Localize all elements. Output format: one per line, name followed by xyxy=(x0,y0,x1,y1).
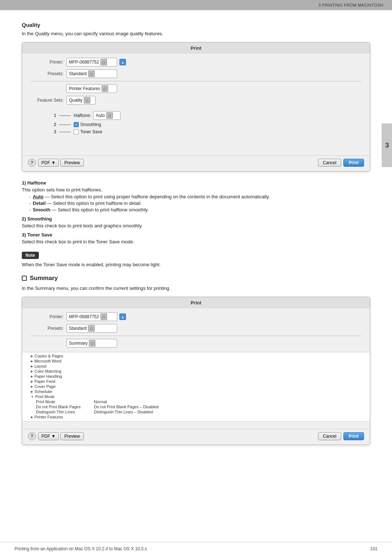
desc-body-3: Select this check box to print in the To… xyxy=(22,239,370,244)
summary-item-word[interactable]: ▶ Microsoft Word xyxy=(31,359,361,363)
triangle-color: ▶ xyxy=(31,370,33,373)
triangle-scheduler: ▶ xyxy=(31,390,33,393)
desc-2: 2) Smoothing Select this check box to pr… xyxy=(22,216,370,228)
dialog-body-1: Printer: MFP-06887752 ⬡ ▲ Presets: Stand… xyxy=(22,53,370,108)
summary-item-layout[interactable]: ▶ Layout xyxy=(31,364,361,368)
triangle-layout: ▶ xyxy=(31,365,33,368)
footer-page: 101 xyxy=(370,546,377,551)
printer-up-arrow[interactable]: ▲ xyxy=(119,59,126,65)
menu-select[interactable]: Printer Features ⬡ xyxy=(66,84,117,93)
option-number-2: 2 xyxy=(51,122,56,127)
option-line-1 xyxy=(59,116,71,116)
summary-menu-control: Summary ⬡ xyxy=(66,339,117,348)
printer-select[interactable]: MFP-06887752 ⬡ xyxy=(66,58,117,66)
quality-intro: In the Quality menu, you can specify var… xyxy=(22,31,370,36)
triangle-paper-feed: ▶ xyxy=(31,380,33,383)
presets-row: Presets: Standard ⬡ xyxy=(31,69,361,78)
summary-printer-control: MFP-06887752 ⬡ ▲ xyxy=(66,312,126,321)
toner-save-checkbox[interactable] xyxy=(74,129,79,134)
halftone-select[interactable]: Auto ⬡ xyxy=(93,111,121,120)
summary-item-print-mode[interactable]: ▼ Print Mode xyxy=(31,394,361,399)
summary-item-color[interactable]: ▶ Color Matching xyxy=(31,369,361,373)
summary-item-paper-handling[interactable]: ▶ Paper Handling xyxy=(31,374,361,378)
halftone-select-arrow[interactable]: ⬡ xyxy=(106,112,113,119)
option-number-3: 3 xyxy=(51,129,56,134)
summary-print-mode-sub: Print Mode Normal Do not Print Blank Pag… xyxy=(31,400,361,414)
option-line-2 xyxy=(59,125,71,125)
summary-menu-select[interactable]: Summary ⬡ xyxy=(66,339,117,348)
desc-1: 1) Halftone This option sets how to prin… xyxy=(22,180,370,212)
quality-print-dialog: Print Printer: MFP-06887752 ⬡ ▲ Presets: xyxy=(22,42,370,171)
option-number-1: 1 xyxy=(51,113,56,118)
dialog-footer-1: ? PDF ▼ Preview Cancel Print xyxy=(22,155,370,167)
feature-sets-arrow[interactable]: ⬡ xyxy=(84,97,90,104)
summary-menu-arrow[interactable]: ⬡ xyxy=(89,340,95,347)
summary-print-dialog: Print Printer: MFP-06887752 ⬡ ▲ Presets: xyxy=(22,297,370,445)
main-content: Quality In the Quality menu, you can spe… xyxy=(0,10,392,468)
dialog-options: 1 Halftone: Auto ⬡ 2 ✓ Smoothing xyxy=(22,108,370,138)
summary-sub-blank-pages: Do not Print Blank Pages Do not Print Bl… xyxy=(36,405,361,409)
cancel-button-1[interactable]: Cancel xyxy=(318,159,341,167)
print-button-1[interactable]: Print xyxy=(343,159,364,167)
cancel-button-2[interactable]: Cancel xyxy=(318,432,341,440)
help-button-2[interactable]: ? xyxy=(28,432,36,440)
pdf-button-1[interactable]: PDF ▼ xyxy=(38,159,59,167)
summary-printer-arrow[interactable]: ⬡ xyxy=(101,313,107,320)
summary-menu-row: Summary ⬡ xyxy=(31,339,361,348)
dialog-divider-1 xyxy=(31,81,361,81)
bullet-detail: - Detail — Select this option to print h… xyxy=(29,200,370,206)
option-label-smoothing: Smoothing xyxy=(80,122,101,127)
side-tab: 3 xyxy=(382,123,392,167)
option-row-1: 1 Halftone: Auto ⬡ xyxy=(51,111,361,120)
option-label-halftone: Halftone: xyxy=(74,113,91,118)
desc-3: 3) Toner Save Select this check box to p… xyxy=(22,232,370,244)
summary-checkbox-icon xyxy=(22,276,27,281)
triangle-printer-features: ▶ xyxy=(31,416,33,419)
summary-item-paper-feed[interactable]: ▶ Paper Feed xyxy=(31,379,361,384)
note-box: Note xyxy=(22,252,39,259)
summary-presets-label: Presets: xyxy=(31,326,64,331)
option-line-3 xyxy=(59,132,71,132)
note-text: When the Toner Save mode is enabled, pri… xyxy=(22,262,370,267)
presets-select[interactable]: Standard ⬡ xyxy=(66,69,117,78)
option-row-3: 3 Toner Save xyxy=(51,129,361,134)
option-row-2: 2 ✓ Smoothing xyxy=(51,122,361,127)
bullet-auto: - Auto — Select this option to print usi… xyxy=(29,194,370,199)
feature-sets-control: Quality ⬡ xyxy=(66,96,95,105)
desc-title-2: 2) Smoothing xyxy=(22,216,370,222)
preview-button-2[interactable]: Preview xyxy=(60,432,84,440)
dialog-title-1: Print xyxy=(22,42,370,53)
summary-item-copies[interactable]: ▶ Copies & Pages xyxy=(31,354,361,358)
triangle-copies: ▶ xyxy=(31,355,33,358)
summary-dialog-spacer xyxy=(22,422,370,426)
summary-item-scheduler[interactable]: ▶ Scheduler xyxy=(31,389,361,394)
summary-printer-label: Printer: xyxy=(31,314,64,319)
option-label-toner-save: Toner Save xyxy=(80,129,102,134)
desc-title-3: 3) Toner Save xyxy=(22,232,370,238)
summary-item-printer-features[interactable]: ▶ Printer Features xyxy=(31,415,361,419)
summary-printer-up-arrow[interactable]: ▲ xyxy=(119,313,126,320)
preview-button-1[interactable]: Preview xyxy=(60,159,84,167)
feature-sets-select[interactable]: Quality ⬡ xyxy=(66,96,95,105)
printer-select-arrow[interactable]: ⬡ xyxy=(101,59,107,65)
summary-presets-select[interactable]: Standard ⬡ xyxy=(66,324,117,333)
summary-printer-select[interactable]: MFP-06887752 ⬡ xyxy=(66,312,117,321)
summary-printer-row: Printer: MFP-06887752 ⬡ ▲ xyxy=(31,312,361,321)
summary-presets-row: Presets: Standard ⬡ xyxy=(31,324,361,333)
summary-item-cover[interactable]: ▶ Cover Page xyxy=(31,384,361,389)
summary-presets-control: Standard ⬡ xyxy=(66,324,117,333)
menu-select-arrow[interactable]: ⬡ xyxy=(102,85,108,92)
printer-label: Printer: xyxy=(31,60,64,65)
desc-title-1: 1) Halftone xyxy=(22,180,370,186)
summary-presets-arrow[interactable]: ⬡ xyxy=(88,325,95,332)
print-button-2[interactable]: Print xyxy=(343,432,364,440)
dialog-divider-2 xyxy=(31,336,361,336)
top-bar: 3 PRINTING FROM MACINTOSH xyxy=(0,0,392,10)
feature-sets-row: Feature Sets: Quality ⬡ xyxy=(31,96,361,105)
bottom-bar: Printing from an Application on Mac OS X… xyxy=(0,542,392,555)
presets-select-arrow[interactable]: ⬡ xyxy=(88,70,95,77)
smoothing-checkbox[interactable]: ✓ xyxy=(74,122,79,127)
printer-control: MFP-06887752 ⬡ ▲ xyxy=(66,58,126,66)
pdf-button-2[interactable]: PDF ▼ xyxy=(38,432,59,440)
help-button-1[interactable]: ? xyxy=(28,159,36,167)
